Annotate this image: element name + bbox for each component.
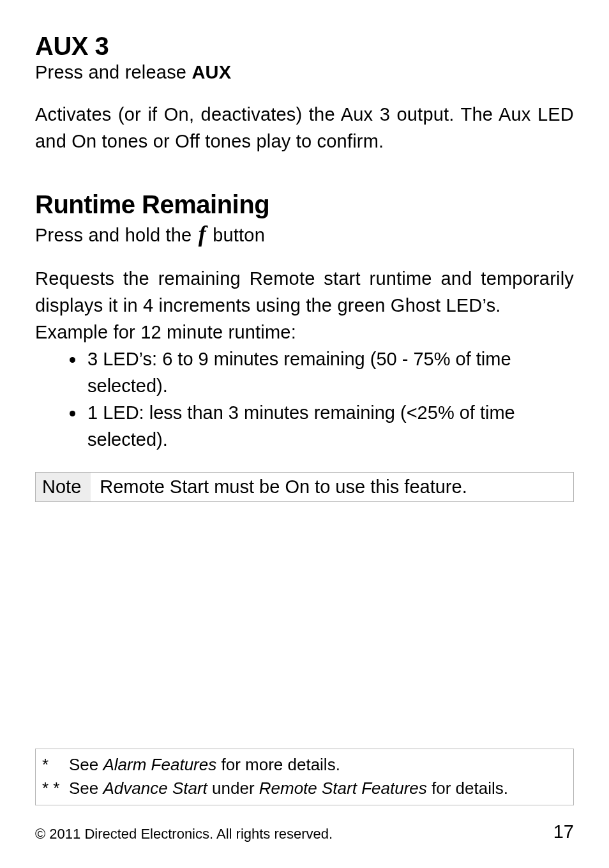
footnote-text: See (69, 755, 103, 774)
text-and-release: and release (83, 62, 192, 82)
runtime-bullets: 3 LED’s: 6 to 9 minutes remaining (50 - … (53, 346, 574, 453)
footnotes: *See Alarm Features for more details. * … (35, 749, 574, 805)
instruction-runtime: Press and hold the f button (35, 220, 574, 247)
footnote-text: under (207, 779, 259, 798)
footnote-text: See (69, 779, 103, 798)
heading-runtime: Runtime Remaining (35, 190, 574, 219)
text-hold: hold (125, 225, 161, 245)
note-label: Note (36, 473, 91, 501)
footnote-2: * *See Advance Start under Remote Start … (42, 777, 567, 800)
text-aux: AUX (192, 62, 231, 82)
body-runtime: Requests the remaining Remote start runt… (35, 265, 574, 346)
footnote-text: for more details. (216, 755, 340, 774)
text-press: Press (35, 62, 83, 82)
text-press2: Press (35, 225, 83, 245)
footnote-1: *See Alarm Features for more details. (42, 753, 567, 776)
f-button-icon: f (197, 221, 207, 247)
footnote-star: * * (42, 777, 69, 800)
footnote-em: Alarm Features (103, 755, 217, 774)
copyright-text: © 2011 Directed Electronics. All rights … (35, 826, 333, 842)
footnotes-box: *See Alarm Features for more details. * … (35, 749, 574, 805)
heading-aux3: AUX 3 (35, 32, 574, 61)
page-footer: © 2011 Directed Electronics. All rights … (35, 821, 574, 842)
list-item: 3 LED’s: 6 to 9 minutes remaining (50 - … (85, 346, 574, 399)
footnote-em: Remote Start Features (259, 779, 427, 798)
footnote-em: Advance Start (103, 779, 207, 798)
body-aux3: Activates (or if On, deactivates) the Au… (35, 101, 574, 155)
body-runtime-p1: Requests the remaining Remote start runt… (35, 265, 574, 319)
instruction-aux3: Press and release AUX (35, 62, 574, 83)
footnote-star: * (42, 753, 69, 776)
page-number: 17 (553, 821, 574, 842)
list-item: 1 LED: less than 3 minutes remaining (<2… (85, 399, 574, 453)
text-the: the (160, 225, 197, 245)
note-box: Note Remote Start must be On to use this… (35, 472, 574, 502)
body-runtime-p2: Example for 12 minute runtime: (35, 319, 574, 346)
text-button: button (207, 225, 265, 245)
footnote-text: for details. (427, 779, 508, 798)
note-text: Remote Start must be On to use this feat… (91, 473, 476, 501)
text-and: and (83, 225, 125, 245)
